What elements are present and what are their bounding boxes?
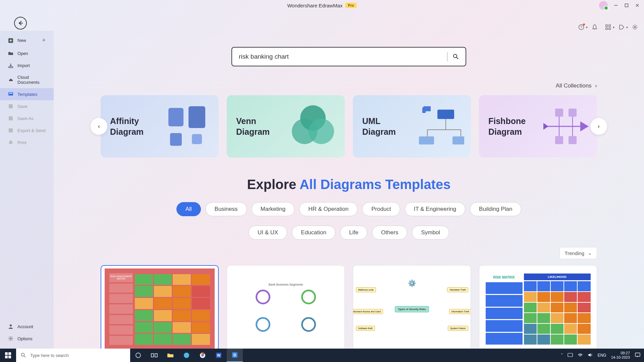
svg-rect-18 [10,140,12,142]
svg-rect-42 [569,136,577,144]
sidebar-item-templates[interactable]: Templates [0,88,54,100]
svg-text:D: D [233,353,236,357]
tray-wifi-icon[interactable] [578,352,583,359]
template-thumbnail: RISK ASSESSMENT MATRIX [101,265,219,349]
app-title: Wondershare EdrawMax [287,3,342,8]
template-card-risk-matrix[interactable]: RISK MATRIX LIKELIHOOD [479,265,597,349]
search-box[interactable] [231,47,466,66]
venn-illustration-icon [288,105,338,148]
search-input[interactable] [239,53,442,60]
sidebar-item-import[interactable]: Import [0,59,54,71]
carousel-prev-button[interactable]: ‹ [91,118,107,135]
filter-pill-all[interactable]: All [176,202,201,216]
sidebar-item-new[interactable]: New + [0,34,54,47]
svg-rect-55 [155,354,157,357]
taskbar-taskview-icon[interactable] [146,349,162,362]
grid-icon[interactable]: ▾ [605,24,611,30]
taskbar-chrome-icon[interactable] [195,349,211,362]
category-card-fishbone[interactable]: FishboneDiagram [479,95,597,158]
svg-rect-14 [8,92,13,96]
sidebar-item-cloud[interactable]: Cloud Documents [0,71,54,88]
template-card-bank-segments[interactable]: Bank Business Segments Bank Business Seg… [227,265,345,349]
category-card-uml[interactable]: UMLDiagram [353,95,471,158]
category-card-affinity[interactable]: AffinityDiagram [101,95,219,158]
taskbar-word-icon[interactable]: W [211,349,227,362]
sidebar-label: Account [17,324,33,329]
sidebar-label: Save [17,104,28,109]
affinity-illustration-icon [162,105,212,148]
svg-rect-41 [555,136,563,144]
sidebar-item-open[interactable]: Open [0,47,54,59]
template-thumbnail: Bank Business Segments [227,265,345,349]
svg-rect-49 [5,356,8,358]
taskbar-edge-icon[interactable] [178,349,195,362]
uml-illustration-icon [414,105,464,148]
folder-icon [8,51,13,56]
tray-volume-icon[interactable] [588,352,593,359]
svg-rect-10 [606,28,607,29]
filter-pill-it[interactable]: IT & Engineering [405,202,465,216]
svg-rect-24 [189,106,205,128]
tag-icon[interactable]: ▾ [619,24,625,30]
taskbar-search[interactable]: Type here to search [16,349,130,362]
import-icon [8,63,13,68]
sidebar-label: Cloud Documents [17,75,46,85]
filter-pill-marketing[interactable]: Marketing [252,202,295,216]
carousel-next-button[interactable]: › [590,118,607,135]
svg-rect-39 [555,109,563,117]
save-icon [8,104,13,109]
user-avatar[interactable] [599,1,608,10]
search-icon[interactable] [453,54,459,60]
taskbar-cortana-icon[interactable] [130,349,146,362]
sidebar-label: Import [17,63,30,68]
all-collections-link[interactable]: All Collections › [54,66,644,89]
sidebar-item-options[interactable]: Options [0,333,54,345]
template-card-security-risks[interactable]: ⚙️ Types of Security Risks Malicious cod… [353,265,471,349]
svg-point-21 [453,54,457,58]
add-icon[interactable]: + [42,37,46,44]
template-thumbnail: ⚙️ Types of Security Risks Malicious cod… [353,265,471,349]
svg-rect-64 [635,353,640,356]
filter-pill-education[interactable]: Education [292,226,335,240]
sort-dropdown[interactable]: Trending ⌄ [559,247,597,259]
category-card-venn[interactable]: VennDiagram [227,95,345,158]
back-button[interactable] [14,17,27,29]
svg-point-20 [10,338,11,339]
taskbar-edrawmax-icon[interactable]: D [227,349,243,362]
sidebar-label: Print [17,140,26,145]
sidebar-label: Save As [17,116,34,121]
tray-chevron-icon[interactable]: ˄ [561,353,563,358]
filter-pill-building[interactable]: Building Plan [470,202,521,216]
tray-clock[interactable]: 09:27 14-10-2023 [611,351,630,360]
taskbar-explorer-icon[interactable] [162,349,178,362]
filter-pill-others[interactable]: Others [372,226,407,240]
template-card-risk-assessment[interactable]: RISK ASSESSMENT MATRIX [101,265,219,349]
templates-icon [8,92,13,97]
filter-pill-uiux[interactable]: UI & UX [249,226,287,240]
filter-pill-symbol[interactable]: Symbol [412,226,449,240]
svg-line-22 [457,57,458,59]
maximize-button[interactable] [624,3,629,8]
cloud-icon [8,77,13,82]
tray-notifications-icon[interactable] [635,352,641,359]
filter-pill-product[interactable]: Product [362,202,400,216]
tray-meet-icon[interactable] [568,352,573,359]
bell-icon[interactable] [592,24,598,30]
gear-icon[interactable] [632,24,638,30]
svg-point-12 [634,26,636,28]
filter-pill-life[interactable]: Life [340,226,367,240]
svg-rect-9 [609,25,610,26]
svg-rect-30 [437,110,454,119]
sidebar-item-account[interactable]: Account [0,320,54,333]
svg-text:W: W [217,353,221,357]
sidebar-label: Templates [17,92,37,97]
svg-rect-16 [9,128,13,132]
filter-pill-hr[interactable]: HR & Operation [299,202,358,216]
minimize-button[interactable] [613,3,619,8]
filter-pill-business[interactable]: Business [206,202,247,216]
close-button[interactable] [635,3,640,8]
help-icon[interactable]: ?▾ [578,24,584,30]
tray-language[interactable]: ENG [598,353,606,358]
svg-rect-37 [452,136,464,144]
start-button[interactable] [0,349,16,362]
